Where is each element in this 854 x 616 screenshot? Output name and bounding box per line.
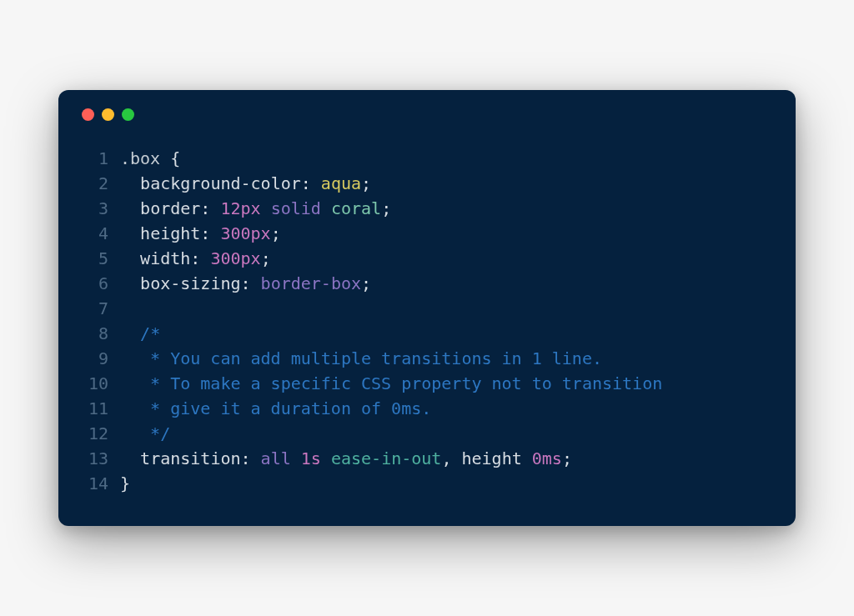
line-content: * To make a specific CSS property not to… [120, 371, 662, 396]
code-line: 2 background-color: aqua; [82, 171, 772, 196]
code-token: , [441, 448, 461, 468]
code-token: background-color [140, 173, 301, 193]
code-token: ; [381, 198, 391, 218]
code-token [120, 448, 140, 468]
code-token: 12px [220, 198, 260, 218]
maximize-icon[interactable] [122, 108, 134, 121]
line-content: /* [120, 321, 160, 346]
code-line: 4 height: 300px; [82, 221, 772, 246]
minimize-icon[interactable] [102, 108, 114, 121]
code-token [120, 273, 140, 293]
code-token: ; [271, 223, 281, 243]
code-token: ; [361, 273, 371, 293]
code-token: aqua [321, 173, 361, 193]
code-token [321, 198, 331, 218]
line-number: 4 [82, 221, 120, 246]
code-token: transition [140, 448, 240, 468]
code-token: * To make a specific CSS property not to… [120, 373, 662, 393]
code-line: 9 * You can add multiple transitions in … [82, 346, 772, 371]
code-token [321, 448, 331, 468]
line-number: 5 [82, 246, 120, 271]
code-token [120, 248, 140, 268]
code-token: : [190, 248, 210, 268]
code-token: : [301, 173, 321, 193]
code-line: 3 border: 12px solid coral; [82, 196, 772, 221]
code-token: * give it a duration of 0ms. [120, 398, 431, 418]
code-token: */ [120, 423, 170, 443]
line-content: * You can add multiple transitions in 1 … [120, 346, 602, 371]
line-content: transition: all 1s ease-in-out, height 0… [120, 446, 572, 471]
code-token: border-box [261, 273, 361, 293]
code-token [120, 223, 140, 243]
code-token: : [200, 223, 220, 243]
code-token: box-sizing [140, 273, 240, 293]
code-token: ; [261, 248, 271, 268]
line-content: .box { [120, 146, 180, 171]
code-line: 1.box { [82, 146, 772, 171]
code-token: height [461, 448, 521, 468]
code-line: 14} [82, 471, 772, 496]
line-number: 7 [82, 296, 120, 321]
code-token [120, 298, 130, 318]
code-token: border [140, 198, 200, 218]
line-content: } [120, 471, 130, 496]
code-line: 12 */ [82, 421, 772, 446]
code-line: 10 * To make a specific CSS property not… [82, 371, 772, 396]
code-token [261, 198, 271, 218]
line-content: border: 12px solid coral; [120, 196, 391, 221]
code-line: 7 [82, 296, 772, 321]
code-token: /* [140, 323, 160, 343]
line-number: 3 [82, 196, 120, 221]
line-content: background-color: aqua; [120, 171, 371, 196]
line-number: 9 [82, 346, 120, 371]
code-window: 1.box {2 background-color: aqua;3 border… [58, 90, 796, 526]
line-content: width: 300px; [120, 246, 271, 271]
code-token: ; [361, 173, 371, 193]
code-token: .box [120, 148, 160, 168]
code-token: ease-in-out [331, 448, 441, 468]
line-number: 14 [82, 471, 120, 496]
code-token: 1s [301, 448, 321, 468]
line-number: 8 [82, 321, 120, 346]
code-token [120, 323, 140, 343]
code-token: height [140, 223, 200, 243]
code-token: * You can add multiple transitions in 1 … [120, 348, 602, 368]
code-token: 0ms [532, 448, 562, 468]
code-block[interactable]: 1.box {2 background-color: aqua;3 border… [82, 146, 772, 496]
code-line: 6 box-sizing: border-box; [82, 271, 772, 296]
line-content: box-sizing: border-box; [120, 271, 371, 296]
code-line: 11 * give it a duration of 0ms. [82, 396, 772, 421]
line-number: 6 [82, 271, 120, 296]
line-content: height: 300px; [120, 221, 281, 246]
code-token [522, 448, 532, 468]
code-token: ; [562, 448, 572, 468]
code-token: : [241, 448, 261, 468]
close-icon[interactable] [82, 108, 94, 121]
code-line: 8 /* [82, 321, 772, 346]
code-token: all [261, 448, 291, 468]
line-content: */ [120, 421, 170, 446]
line-number: 12 [82, 421, 120, 446]
code-token [120, 173, 140, 193]
line-number: 1 [82, 146, 120, 171]
window-titlebar [82, 108, 772, 146]
code-line: 13 transition: all 1s ease-in-out, heigh… [82, 446, 772, 471]
code-token: 300px [210, 248, 260, 268]
code-token: 300px [220, 223, 270, 243]
line-content: * give it a duration of 0ms. [120, 396, 431, 421]
code-token: solid [271, 198, 321, 218]
code-token: : [200, 198, 220, 218]
code-token: } [120, 473, 130, 493]
line-number: 13 [82, 446, 120, 471]
line-number: 11 [82, 396, 120, 421]
line-number: 10 [82, 371, 120, 396]
line-number: 2 [82, 171, 120, 196]
line-content [120, 296, 130, 321]
code-token [120, 198, 140, 218]
code-token [291, 448, 301, 468]
code-token: { [160, 148, 180, 168]
code-token: coral [331, 198, 381, 218]
code-token: : [241, 273, 261, 293]
code-token: width [140, 248, 190, 268]
code-line: 5 width: 300px; [82, 246, 772, 271]
